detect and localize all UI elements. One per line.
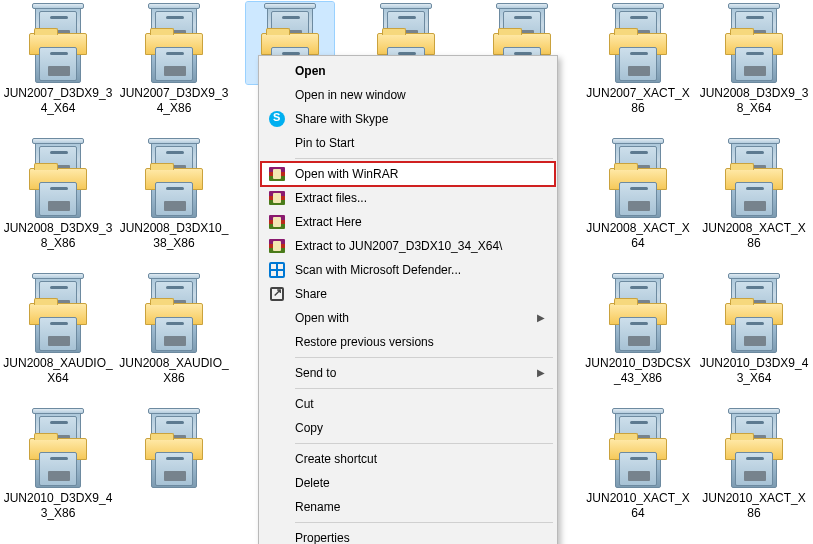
file-label: JUN2008_XACT_X86 bbox=[699, 221, 809, 251]
cabinet-icon bbox=[29, 5, 87, 83]
menu-copy[interactable]: Copy bbox=[261, 416, 555, 440]
cabinet-icon bbox=[609, 140, 667, 218]
file-item[interactable] bbox=[116, 405, 232, 540]
menu-open-winrar[interactable]: Open with WinRAR bbox=[261, 162, 555, 186]
file-item[interactable]: JUN2007_D3DX9_34_X64 bbox=[0, 0, 116, 135]
winrar-icon bbox=[268, 213, 286, 231]
cabinet-icon bbox=[725, 140, 783, 218]
file-item[interactable]: JUN2008_D3DX10_38_X86 bbox=[116, 135, 232, 270]
menu-open-with[interactable]: Open with▶ bbox=[261, 306, 555, 330]
file-label: JUN2008_XAUDIO_X64 bbox=[3, 356, 113, 386]
file-item[interactable]: JUN2008_D3DX9_38_X86 bbox=[0, 135, 116, 270]
cabinet-icon bbox=[725, 275, 783, 353]
winrar-icon bbox=[268, 237, 286, 255]
file-item[interactable]: JUN2007_D3DX9_34_X86 bbox=[116, 0, 232, 135]
file-label: JUN2008_D3DX9_38_X86 bbox=[3, 221, 113, 251]
file-label: JUN2008_D3DX9_38_X64 bbox=[699, 86, 809, 116]
menu-share[interactable]: Share bbox=[261, 282, 555, 306]
menu-extract-here[interactable]: Extract Here bbox=[261, 210, 555, 234]
menu-label: Create shortcut bbox=[295, 452, 377, 466]
cabinet-icon bbox=[29, 275, 87, 353]
menu-defender-scan[interactable]: Scan with Microsoft Defender... bbox=[261, 258, 555, 282]
cabinet-icon bbox=[725, 5, 783, 83]
menu-label: Open with WinRAR bbox=[295, 167, 398, 181]
file-label: JUN2010_XACT_X64 bbox=[583, 491, 693, 521]
menu-label: Open with bbox=[295, 311, 349, 325]
skype-icon bbox=[268, 110, 286, 128]
cabinet-icon bbox=[145, 275, 203, 353]
menu-rename[interactable]: Rename bbox=[261, 495, 555, 519]
menu-label: Pin to Start bbox=[295, 136, 354, 150]
menu-cut[interactable]: Cut bbox=[261, 392, 555, 416]
menu-separator bbox=[295, 522, 553, 523]
file-item[interactable]: JUN2010_XACT_X86 bbox=[696, 405, 812, 540]
file-item[interactable]: JUN2010_XACT_X64 bbox=[580, 405, 696, 540]
menu-delete[interactable]: Delete bbox=[261, 471, 555, 495]
menu-label: Share bbox=[295, 287, 327, 301]
menu-label: Cut bbox=[295, 397, 314, 411]
menu-properties[interactable]: Properties bbox=[261, 526, 555, 544]
file-label: JUN2007_D3DX9_34_X86 bbox=[119, 86, 229, 116]
cabinet-icon bbox=[145, 140, 203, 218]
menu-label: Extract files... bbox=[295, 191, 367, 205]
submenu-arrow-icon: ▶ bbox=[537, 312, 545, 323]
file-item[interactable]: JUN2010_D3DCSX_43_X86 bbox=[580, 270, 696, 405]
menu-label: Copy bbox=[295, 421, 323, 435]
context-menu: Open Open in new window Share with Skype… bbox=[258, 55, 558, 544]
file-label: JUN2010_XACT_X86 bbox=[699, 491, 809, 521]
winrar-icon bbox=[268, 189, 286, 207]
cabinet-icon bbox=[145, 410, 203, 488]
file-item[interactable]: JUN2008_XAUDIO_X64 bbox=[0, 270, 116, 405]
menu-restore-versions[interactable]: Restore previous versions bbox=[261, 330, 555, 354]
file-label: JUN2010_D3DCSX_43_X86 bbox=[583, 356, 693, 386]
menu-pin-start[interactable]: Pin to Start bbox=[261, 131, 555, 155]
menu-open-new-window[interactable]: Open in new window bbox=[261, 83, 555, 107]
menu-share-skype[interactable]: Share with Skype bbox=[261, 107, 555, 131]
menu-send-to[interactable]: Send to▶ bbox=[261, 361, 555, 385]
file-item[interactable]: JUN2010_D3DX9_43_X64 bbox=[696, 270, 812, 405]
menu-label: Extract Here bbox=[295, 215, 362, 229]
cabinet-icon bbox=[29, 410, 87, 488]
share-icon bbox=[268, 285, 286, 303]
file-label: JUN2010_D3DX9_43_X64 bbox=[699, 356, 809, 386]
file-item[interactable]: JUN2008_XACT_X86 bbox=[696, 135, 812, 270]
winrar-icon bbox=[268, 165, 286, 183]
file-item[interactable]: JUN2008_XAUDIO_X86 bbox=[116, 270, 232, 405]
menu-label: Open bbox=[295, 64, 326, 78]
menu-separator bbox=[295, 158, 553, 159]
cabinet-icon bbox=[725, 410, 783, 488]
menu-label: Scan with Microsoft Defender... bbox=[295, 263, 461, 277]
cabinet-icon bbox=[609, 5, 667, 83]
cabinet-icon bbox=[609, 275, 667, 353]
menu-label: Properties bbox=[295, 531, 350, 544]
menu-extract-files[interactable]: Extract files... bbox=[261, 186, 555, 210]
file-label: JUN2008_D3DX10_38_X86 bbox=[119, 221, 229, 251]
cabinet-icon bbox=[609, 410, 667, 488]
defender-icon bbox=[268, 261, 286, 279]
file-item[interactable]: JUN2010_D3DX9_43_X86 bbox=[0, 405, 116, 540]
file-label: JUN2010_D3DX9_43_X86 bbox=[3, 491, 113, 521]
menu-label: Extract to JUN2007_D3DX10_34_X64\ bbox=[295, 239, 502, 253]
cabinet-icon bbox=[145, 5, 203, 83]
menu-label: Rename bbox=[295, 500, 340, 514]
menu-separator bbox=[295, 443, 553, 444]
file-label: JUN2007_D3DX9_34_X64 bbox=[3, 86, 113, 116]
file-label: JUN2008_XAUDIO_X86 bbox=[119, 356, 229, 386]
file-label: JUN2008_XACT_X64 bbox=[583, 221, 693, 251]
menu-label: Send to bbox=[295, 366, 336, 380]
menu-separator bbox=[295, 357, 553, 358]
file-item[interactable]: JUN2008_D3DX9_38_X64 bbox=[696, 0, 812, 135]
menu-extract-to[interactable]: Extract to JUN2007_D3DX10_34_X64\ bbox=[261, 234, 555, 258]
menu-open[interactable]: Open bbox=[261, 59, 555, 83]
submenu-arrow-icon: ▶ bbox=[537, 367, 545, 378]
menu-create-shortcut[interactable]: Create shortcut bbox=[261, 447, 555, 471]
cabinet-icon bbox=[29, 140, 87, 218]
menu-label: Delete bbox=[295, 476, 330, 490]
file-item[interactable]: JUN2007_XACT_X86 bbox=[580, 0, 696, 135]
menu-separator bbox=[295, 388, 553, 389]
file-label: JUN2007_XACT_X86 bbox=[583, 86, 693, 116]
menu-label: Restore previous versions bbox=[295, 335, 434, 349]
menu-label: Open in new window bbox=[295, 88, 406, 102]
menu-label: Share with Skype bbox=[295, 112, 388, 126]
file-item[interactable]: JUN2008_XACT_X64 bbox=[580, 135, 696, 270]
